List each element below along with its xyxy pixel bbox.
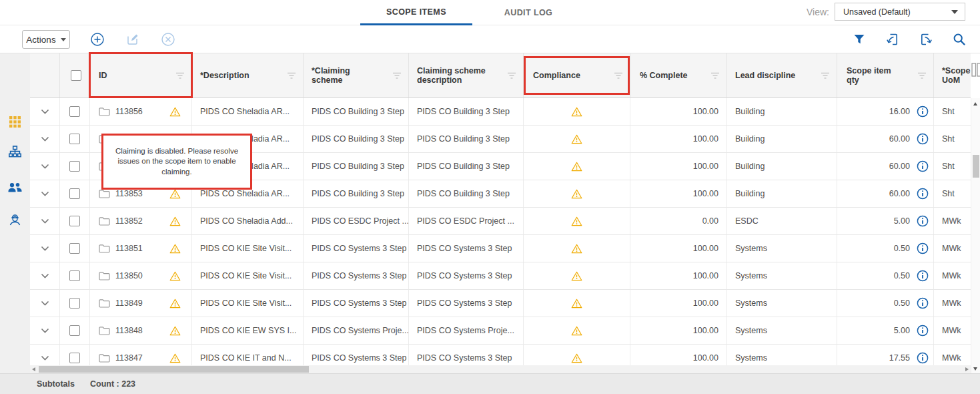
description-cell: PIDS CO Sheladia AR... — [192, 98, 304, 125]
claiming-scheme-description-cell: PIDS CO Systems Proje... — [409, 317, 524, 344]
row-expand-cell — [30, 98, 60, 125]
chevron-down-icon[interactable] — [41, 355, 49, 361]
info-icon[interactable] — [917, 325, 929, 337]
vertical-scrollbar[interactable] — [971, 98, 980, 373]
column-manager-icon[interactable] — [971, 63, 980, 80]
column-filter-icon[interactable] — [287, 72, 296, 79]
row-checkbox[interactable] — [69, 134, 80, 144]
actions-button[interactable]: Actions — [22, 30, 70, 49]
column-filter-icon[interactable] — [821, 72, 830, 79]
scroll-up-arrow[interactable] — [973, 102, 977, 106]
chevron-down-icon[interactable] — [41, 164, 49, 170]
chevron-down-icon[interactable] — [41, 328, 49, 334]
view-dropdown[interactable]: Unsaved (Default) — [835, 3, 965, 21]
scroll-left-arrow[interactable] — [32, 367, 35, 371]
table-row[interactable]: 113852 PIDS CO Sheladia Add... PIDS CO E… — [30, 208, 971, 235]
column-filter-icon[interactable] — [614, 72, 623, 79]
scroll-right-arrow[interactable] — [965, 367, 969, 371]
info-icon[interactable] — [917, 297, 929, 309]
row-id-cell: 113851 — [90, 235, 192, 262]
import-icon[interactable] — [885, 32, 900, 47]
scroll-down-arrow[interactable] — [973, 367, 977, 371]
row-checkbox-cell — [60, 98, 90, 125]
info-icon[interactable] — [917, 106, 929, 118]
users-icon[interactable] — [8, 181, 22, 195]
row-checkbox[interactable] — [69, 106, 80, 117]
folder-icon — [99, 353, 110, 363]
compliance-cell — [524, 153, 630, 180]
chevron-down-icon[interactable] — [41, 136, 49, 142]
row-checkbox[interactable] — [69, 243, 80, 254]
add-icon[interactable] — [90, 32, 105, 47]
scope-item-qty: 0.50 — [894, 244, 910, 253]
info-icon[interactable] — [917, 133, 929, 145]
table-row[interactable]: 113856 PIDS CO Sheladia AR... PIDS CO Bu… — [30, 98, 971, 126]
chevron-down-icon[interactable] — [41, 301, 49, 307]
chevron-down-icon[interactable] — [41, 218, 49, 224]
header-scope-item-uom[interactable]: *Scope item UoM — [934, 53, 971, 97]
claiming-scheme-cell: PIDS CO Building 3 Step — [304, 98, 409, 125]
column-filter-icon[interactable] — [507, 72, 516, 79]
horizontal-scroll-thumb[interactable] — [39, 366, 309, 373]
column-filter-icon[interactable] — [710, 72, 720, 79]
chevron-down-icon[interactable] — [41, 109, 49, 115]
lead-discipline-cell: ESDC — [727, 208, 837, 234]
table-row[interactable]: 113849 PIDS CO KIE Site Visit... PIDS CO… — [30, 290, 971, 317]
lead-discipline-cell: Systems — [727, 345, 837, 365]
table-row[interactable]: 113851 PIDS CO KIE Site Visit... PIDS CO… — [30, 235, 971, 262]
row-expand-cell — [30, 317, 60, 344]
row-checkbox[interactable] — [69, 161, 80, 172]
edit-icon[interactable] — [125, 32, 140, 47]
column-filter-icon[interactable] — [175, 72, 185, 79]
hierarchy-icon[interactable] — [8, 144, 22, 158]
row-id-cell: 113849 — [90, 290, 192, 317]
chevron-down-icon[interactable] — [41, 246, 49, 252]
row-checkbox[interactable] — [69, 353, 80, 363]
row-expand-cell — [30, 208, 60, 234]
header-percent-complete[interactable]: % Complete — [630, 53, 727, 97]
info-icon[interactable] — [917, 215, 929, 227]
row-checkbox[interactable] — [69, 325, 80, 336]
header-lead-discipline[interactable]: Lead discipline — [727, 53, 837, 97]
info-icon[interactable] — [917, 160, 929, 172]
table-row[interactable]: 113850 PIDS CO KIE Site Visit... PIDS CO… — [30, 262, 971, 290]
header-id[interactable]: ID — [90, 53, 192, 97]
column-filter-icon[interactable] — [392, 72, 402, 79]
tab-scope-items[interactable]: SCOPE ITEMS — [360, 0, 472, 25]
warning-icon — [571, 162, 582, 172]
header-claiming-scheme[interactable]: *Claiming scheme — [304, 53, 409, 97]
horizontal-scrollbar[interactable] — [30, 365, 971, 373]
info-icon[interactable] — [917, 352, 929, 364]
header-compliance[interactable]: Compliance — [524, 53, 630, 97]
row-checkbox[interactable] — [69, 298, 80, 309]
claiming-scheme-description-cell: PIDS CO ESDC Project ... — [409, 208, 524, 234]
search-icon[interactable] — [952, 32, 967, 47]
filter-funnel-icon[interactable] — [852, 32, 867, 47]
chevron-down-icon[interactable] — [41, 273, 49, 279]
table-row[interactable]: 113847 PIDS CO KIE IT and N... PIDS CO S… — [30, 345, 971, 365]
description-cell: PIDS CO KIE EW SYS I... — [192, 317, 304, 344]
cancel-icon[interactable] — [161, 32, 175, 47]
row-checkbox[interactable] — [69, 188, 80, 199]
qty-cell: 5.00 — [837, 317, 934, 344]
info-icon[interactable] — [917, 188, 929, 200]
grid-icon[interactable] — [8, 115, 22, 129]
row-checkbox[interactable] — [69, 270, 80, 281]
header-claiming-scheme-description[interactable]: Claiming scheme description — [409, 53, 524, 97]
header-scope-item-qty[interactable]: Scope item qty — [837, 53, 934, 97]
column-filter-icon[interactable] — [917, 72, 927, 79]
claiming-scheme-description-cell: PIDS CO Building 3 Step — [409, 126, 524, 152]
row-checkbox[interactable] — [69, 216, 80, 226]
row-id-cell: 113847 — [90, 345, 192, 365]
export-icon[interactable] — [919, 32, 933, 47]
chevron-down-icon[interactable] — [41, 191, 49, 197]
header-select-all[interactable] — [60, 53, 90, 97]
info-icon[interactable] — [917, 242, 929, 254]
header-description[interactable]: *Description — [192, 53, 304, 97]
tab-audit-log[interactable]: AUDIT LOG — [472, 0, 584, 25]
table-row[interactable]: 113848 PIDS CO KIE EW SYS I... PIDS CO S… — [30, 317, 971, 345]
info-icon[interactable] — [917, 270, 929, 282]
worker-icon[interactable] — [8, 213, 22, 227]
select-all-checkbox[interactable] — [71, 70, 81, 81]
vertical-scroll-thumb[interactable] — [973, 155, 979, 178]
